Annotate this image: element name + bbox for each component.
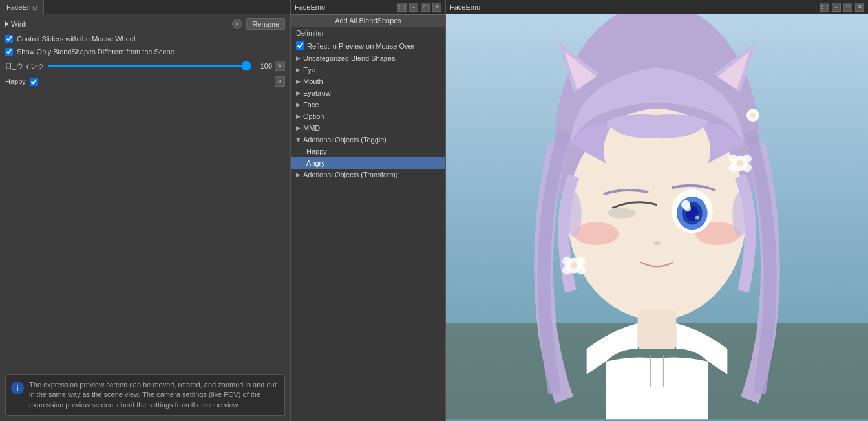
wink-slider[interactable]: [47, 65, 251, 67]
middle-maximize-btn[interactable]: □: [421, 3, 430, 12]
right-maximize-btn[interactable]: □: [843, 3, 852, 12]
addtional-toggle-arrow-icon: ▶: [295, 138, 302, 142]
eyebrow-arrow-icon: ▶: [296, 90, 301, 96]
tree-item-uncategorized[interactable]: ▶ Uncategorized Blend Shapes: [291, 52, 445, 64]
left-tab-faceemo[interactable]: FaceEmo: [0, 0, 44, 14]
info-box: i The expression preview screen can be m…: [5, 374, 285, 416]
tree-list: ▶ Uncategorized Blend Shapes ▶ Eye ▶ Mou…: [291, 52, 445, 180]
info-text: The expression preview screen can be mov…: [29, 380, 279, 410]
tree-item-mmd[interactable]: ▶ MMD: [291, 122, 445, 134]
svg-point-32: [750, 113, 756, 118]
character-preview-svg: [446, 14, 868, 421]
mouth-label: Mouth: [303, 78, 323, 85]
reflect-checkbox[interactable]: [296, 41, 304, 50]
svg-point-15: [695, 216, 699, 220]
wink-left: Wink: [5, 20, 26, 28]
wink-x-btn[interactable]: ✕: [232, 19, 242, 29]
face-label: Face: [303, 101, 319, 109]
tree-subitem-angry[interactable]: Angry: [291, 157, 445, 169]
wink-slider-x-btn[interactable]: ✕: [275, 61, 285, 71]
tree-item-eyebrow[interactable]: ▶ Eyebrow: [291, 87, 445, 99]
add-blendshapes-button[interactable]: Add All BlendShapes: [291, 14, 445, 27]
svg-point-26: [728, 155, 737, 164]
control-sliders-checkbox-row: Control Sliders with the Mouse Wheel: [3, 34, 288, 44]
middle-panel: FaceEmo ⋮⋮ – □ ✕ Add All BlendShapes Del…: [291, 0, 446, 421]
control-sliders-label: Control Sliders with the Mouse Wheel: [17, 35, 135, 43]
delimiter-value: ======: [411, 29, 440, 37]
right-close-btn[interactable]: ✕: [855, 3, 864, 12]
wink-slider-value: 100: [254, 62, 272, 70]
right-header: FaceEmo ⋮⋮ – □ ✕: [446, 0, 868, 14]
middle-close-btn[interactable]: ✕: [432, 3, 441, 12]
svg-point-20: [562, 257, 571, 266]
svg-point-7: [574, 222, 619, 245]
tree-item-addtional-toggle[interactable]: ▶ Addtional Objects (Toggle): [291, 134, 445, 146]
happy-x-btn[interactable]: ✕: [275, 76, 285, 87]
svg-point-19: [571, 263, 577, 269]
svg-point-23: [577, 266, 586, 275]
svg-point-22: [562, 266, 571, 275]
svg-point-37: [566, 192, 582, 237]
show-only-checkbox[interactable]: [5, 48, 13, 56]
middle-dots-btn[interactable]: ⋮⋮: [397, 3, 407, 12]
show-only-label: Show Only BlendShapes Different from the…: [17, 48, 175, 56]
delimiter-row: Delimiter ======: [291, 27, 445, 39]
happy-sub-label: Happy: [306, 147, 327, 155]
tree-item-eye[interactable]: ▶ Eye: [291, 64, 445, 76]
wink-slider-label: 目_ウィンク: [5, 61, 45, 71]
right-minimize-btn[interactable]: –: [832, 3, 841, 12]
left-tab-bar: FaceEmo: [0, 0, 290, 14]
option-label: Option: [303, 113, 324, 120]
svg-point-28: [728, 163, 737, 172]
rename-button[interactable]: Rename: [246, 18, 285, 30]
happy-checkbox[interactable]: [30, 78, 38, 86]
middle-window-controls: ⋮⋮ – □ ✕: [397, 3, 441, 12]
happy-row: Happy ✕: [3, 75, 288, 88]
right-panel: FaceEmo ⋮⋮ – □ ✕: [446, 0, 868, 421]
wink-row: Wink ✕ Rename: [3, 17, 288, 31]
uncategorized-label: Uncategorized Blend Shapes: [303, 54, 395, 62]
wink-triangle-icon: [5, 21, 8, 27]
svg-point-29: [743, 163, 752, 172]
left-content: Wink ✕ Rename Control Sliders with the M…: [0, 14, 290, 421]
middle-title: FaceEmo: [295, 3, 325, 11]
wink-slider-row: 目_ウィンク 100 ✕: [3, 59, 288, 72]
addtional-toggle-label: Addtional Objects (Toggle): [303, 136, 386, 144]
tree-item-addtional-transform[interactable]: ▶ Addtional Objects (Transform): [291, 169, 445, 180]
right-title: FaceEmo: [450, 3, 480, 11]
angry-sub-label: Angry: [306, 159, 325, 167]
svg-point-25: [737, 160, 743, 166]
show-only-checkbox-row: Show Only BlendShapes Different from the…: [3, 47, 288, 57]
middle-minimize-btn[interactable]: –: [409, 3, 418, 12]
delimiter-label: Delimiter: [296, 29, 324, 37]
reflect-row: Reflect in Preview on Mouse Over: [291, 39, 445, 52]
option-arrow-icon: ▶: [296, 113, 301, 120]
tree-item-mouth[interactable]: ▶ Mouth: [291, 76, 445, 87]
svg-point-38: [732, 192, 748, 237]
tree-item-option[interactable]: ▶ Option: [291, 111, 445, 122]
addtional-transform-label: Addtional Objects (Transform): [303, 171, 397, 178]
tree-item-face[interactable]: ▶ Face: [291, 99, 445, 111]
preview-area: [446, 14, 868, 421]
middle-header: FaceEmo ⋮⋮ – □ ✕: [291, 0, 445, 14]
control-sliders-checkbox[interactable]: [5, 35, 13, 43]
eyebrow-label: Eyebrow: [303, 89, 331, 97]
svg-point-16: [681, 200, 690, 210]
reflect-label: Reflect in Preview on Mouse Over: [307, 42, 414, 50]
addtional-transform-arrow-icon: ▶: [296, 171, 301, 178]
uncategorized-arrow-icon: ▶: [296, 55, 301, 61]
eye-arrow-icon: ▶: [296, 67, 301, 73]
svg-rect-33: [638, 310, 676, 349]
svg-point-21: [577, 257, 586, 266]
mouth-arrow-icon: ▶: [296, 78, 301, 85]
face-arrow-icon: ▶: [296, 102, 301, 108]
tree-subitem-happy[interactable]: Happy: [291, 146, 445, 157]
mmd-arrow-icon: ▶: [296, 125, 301, 131]
eye-label: Eye: [303, 66, 315, 74]
right-window-controls: ⋮⋮ – □ ✕: [820, 3, 864, 12]
wink-label: Wink: [11, 20, 26, 28]
left-panel: FaceEmo Wink ✕ Rename Control Sliders wi…: [0, 0, 291, 421]
info-icon: i: [11, 382, 24, 394]
mmd-label: MMD: [303, 124, 320, 132]
right-dots-btn[interactable]: ⋮⋮: [820, 3, 829, 12]
